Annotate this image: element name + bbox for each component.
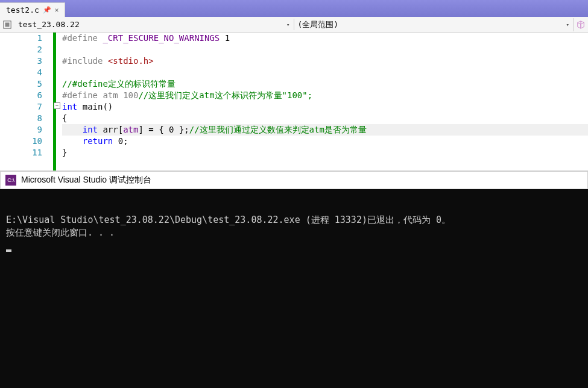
code-line — [62, 44, 588, 55]
split-view-icon[interactable] — [574, 20, 588, 29]
scope-left-label: test_23.08.22 — [18, 20, 80, 29]
console-line: 按任意键关闭此窗口. . . — [6, 227, 115, 238]
close-icon[interactable]: ✕ — [55, 6, 59, 14]
code-line: −int main() — [62, 101, 588, 113]
navigation-bar: test_23.08.22 ▾ (全局范围) ▾ — [0, 17, 588, 33]
line-number: 3 — [0, 55, 42, 67]
line-number: 6 — [0, 90, 42, 101]
chevron-down-icon: ▾ — [566, 22, 569, 28]
code-line: { — [62, 113, 588, 124]
line-number: 2 — [0, 44, 42, 55]
line-number: 5 — [0, 78, 42, 90]
scope-right-label: (全局范围) — [298, 19, 339, 30]
tab-bar: test2.c 📌 ✕ — [0, 0, 588, 17]
tab-filename: test2.c — [6, 5, 39, 14]
pin-icon[interactable]: 📌 — [43, 6, 51, 14]
console-line: E:\Visual Studio\test_23.08.22\Debug\tes… — [6, 214, 450, 225]
svg-rect-1 — [5, 22, 10, 27]
code-line: #include <stdio.h> — [62, 55, 588, 67]
line-number: 8 — [0, 113, 42, 124]
line-number: 9 — [0, 124, 42, 136]
code-line — [62, 67, 588, 78]
code-line: return 0; — [62, 136, 588, 147]
line-number: 7 — [0, 101, 42, 113]
fold-toggle-icon[interactable]: − — [54, 102, 60, 109]
code-line: //#define定义的标识符常量 — [62, 78, 588, 90]
file-tab[interactable]: test2.c 📌 ✕ — [0, 2, 65, 17]
line-number: 1 — [0, 33, 42, 44]
code-line: #define _CRT_ESCURE_NO_WARNINGS 1 — [62, 33, 588, 44]
line-number: 11 — [0, 147, 42, 158]
console-title: Microsoft Visual Studio 调试控制台 — [21, 175, 151, 186]
code-line: #define atm 100//这里我们定义atm这个标识符为常量"100"; — [62, 90, 588, 101]
vs-console-icon: C:\ — [5, 175, 16, 186]
line-number: 4 — [0, 67, 42, 78]
code-line: } — [62, 147, 588, 158]
console-output[interactable]: E:\Visual Studio\test_23.08.22\Debug\tes… — [0, 189, 588, 388]
code-text-area[interactable]: #define _CRT_ESCURE_NO_WARNINGS 1 #inclu… — [56, 33, 588, 171]
console-titlebar[interactable]: C:\ Microsoft Visual Studio 调试控制台 — [0, 171, 588, 189]
chevron-down-icon: ▾ — [286, 22, 289, 28]
code-line-current: int arr[atm] = { 0 };//这里我们通过定义数值来判定atm是… — [62, 124, 588, 136]
code-editor[interactable]: 1 2 3 4 5 6 7 8 9 10 11 #define _CRT_ESC… — [0, 33, 588, 171]
line-number-gutter: 1 2 3 4 5 6 7 8 9 10 11 — [0, 33, 53, 171]
line-number: 10 — [0, 136, 42, 147]
scope-dropdown-right[interactable]: (全局范围) ▾ — [294, 18, 574, 31]
console-cursor — [6, 249, 11, 252]
scope-dropdown-left[interactable]: test_23.08.22 ▾ — [14, 19, 294, 30]
module-icon — [2, 20, 12, 30]
